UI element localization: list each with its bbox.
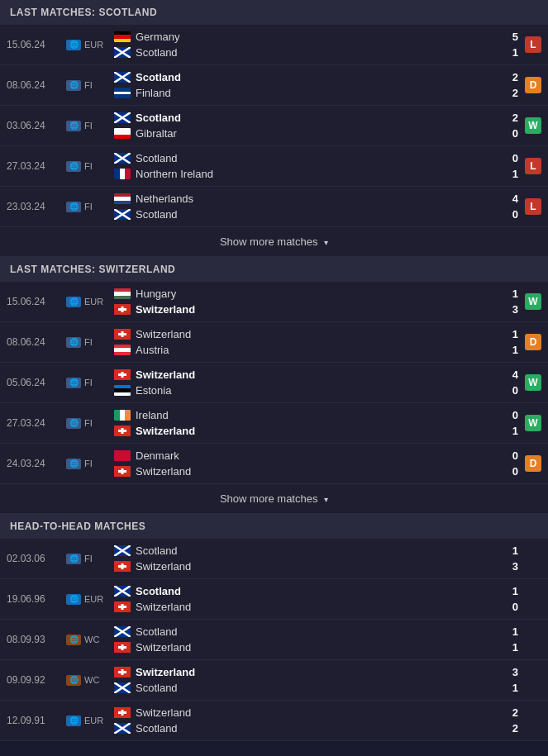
team2-flag: [114, 128, 131, 139]
scotland-matches: 15.06.24 🌐 EUR Germany 5 Scotland 1 L: [0, 25, 548, 257]
svg-rect-47: [118, 646, 126, 649]
team1-name: Ireland: [136, 409, 502, 421]
show-more-label: Show more matches: [220, 235, 318, 248]
result-badge: W: [525, 293, 541, 310]
match-date: 08.09.93: [7, 634, 63, 645]
team2-flag: [114, 88, 131, 98]
competition-globe: 🌐: [66, 161, 81, 172]
team2-name: Switzerland: [136, 560, 502, 573]
team1-score: 1: [502, 544, 518, 557]
match-date: 15.06.24: [7, 39, 63, 50]
team2-name: Switzerland: [136, 601, 502, 613]
team2-score: 3: [502, 303, 518, 316]
match-row: 12.09.91 🌐 EUR Switzerland 2 Scotland 2: [0, 701, 548, 741]
team2-name: Scotland: [136, 682, 502, 694]
competition-label: FI: [84, 80, 93, 90]
competition-label: FI: [84, 459, 93, 468]
match-row: 08.06.24 🌐 FI Scotland 2 Finland 2 D: [0, 65, 548, 106]
team1-flag: [114, 545, 131, 556]
team2-flag: [114, 304, 131, 315]
chevron-down-icon: ▾: [324, 238, 328, 247]
competition-globe: 🌐: [66, 675, 81, 686]
team2-flag: [114, 601, 131, 612]
team2-score: 2: [502, 722, 518, 735]
team1-score: 5: [502, 31, 518, 43]
team1-name: Germany: [136, 31, 502, 43]
team1-score: 4: [502, 193, 518, 205]
switzerland-section-header: LAST MATCHES: SWITZERLAND: [0, 257, 548, 282]
scotland-show-more[interactable]: Show more matches ▾: [0, 227, 548, 257]
match-date: 09.09.92: [7, 674, 63, 686]
team2-name: Estonia: [136, 384, 502, 397]
competition-globe: 🌐: [66, 594, 81, 605]
result-badge: W: [525, 117, 541, 134]
team1-flag: [114, 329, 131, 340]
team1-score: 1: [502, 288, 518, 300]
match-date: 08.06.24: [7, 336, 63, 348]
competition-globe: 🌐: [66, 635, 81, 645]
team1-flag: [114, 626, 131, 637]
match-row: 03.06.24 🌐 FI Scotland 2 Gibraltar 0 W: [0, 106, 548, 146]
match-row: 05.06.24 🌐 FI Switzerland 4 Estonia 0 W: [0, 363, 548, 403]
competition-globe: 🌐: [66, 716, 81, 726]
scotland-section-header: LAST MATCHES: SCOTLAND: [0, 0, 548, 25]
team1-flag: [114, 707, 131, 718]
team1-score: 1: [502, 585, 518, 597]
match-date: 27.03.24: [7, 417, 63, 429]
team2-score: 3: [502, 560, 518, 573]
svg-rect-23: [118, 373, 126, 376]
match-row: 02.03.06 🌐 FI Scotland 1 Switzerland 3: [0, 539, 548, 579]
competition-label: EUR: [84, 40, 103, 50]
team1-flag: [114, 667, 131, 678]
team2-flag: [114, 466, 131, 477]
competition-label: FI: [84, 121, 93, 131]
svg-rect-35: [118, 565, 126, 568]
team1-name: Scotland: [136, 152, 502, 164]
team2-score: 1: [502, 344, 518, 356]
competition-globe: 🌐: [66, 554, 81, 564]
competition-globe: 🌐: [66, 337, 81, 348]
competition-label: FI: [84, 202, 93, 212]
team1-flag: [114, 586, 131, 597]
team1-flag: [114, 369, 131, 380]
team1-name: Scotland: [136, 585, 502, 597]
match-row: 09.09.92 🌐 WC Switzerland 3 Scotland 1: [0, 660, 548, 701]
competition-globe: 🌐: [66, 378, 81, 388]
match-date: 19.06.96: [7, 593, 63, 605]
team1-name: Switzerland: [136, 706, 502, 719]
team1-flag: [114, 410, 131, 421]
competition-label: EUR: [84, 594, 103, 604]
team2-name: Switzerland: [136, 303, 502, 316]
result-badge: L: [525, 36, 541, 53]
team1-score: 4: [502, 368, 518, 381]
show-more-label-2: Show more matches: [220, 492, 318, 505]
team2-score: 0: [502, 384, 518, 397]
team2-flag: [114, 723, 131, 734]
match-date: 27.03.24: [7, 160, 63, 172]
competition-label: FI: [84, 337, 93, 347]
competition-globe: 🌐: [66, 418, 81, 429]
team1-name: Scotland: [136, 625, 502, 638]
switzerland-show-more[interactable]: Show more matches ▾: [0, 484, 548, 514]
team1-name: Hungary: [136, 288, 502, 300]
team1-name: Switzerland: [136, 368, 502, 381]
team1-flag: [114, 31, 131, 42]
competition-label: EUR: [84, 297, 103, 307]
team1-score: 2: [502, 71, 518, 83]
team2-score: 0: [502, 465, 518, 478]
team2-flag: [114, 561, 131, 572]
svg-rect-17: [118, 308, 126, 311]
h2h-section-header: HEAD-TO-HEAD MATCHES: [0, 514, 548, 539]
result-badge: D: [525, 77, 541, 93]
team1-score: 1: [502, 625, 518, 638]
match-date: 03.06.24: [7, 120, 63, 131]
team2-score: 1: [502, 168, 518, 180]
competition-globe: 🌐: [66, 202, 81, 212]
team1-score: 1: [502, 328, 518, 340]
team2-flag: [114, 682, 131, 693]
competition-label: WC: [84, 675, 99, 685]
switzerland-matches: 15.06.24 🌐 EUR Hungary 1 Switzerland 3 W: [0, 282, 548, 514]
team1-name: Scotland: [136, 112, 502, 124]
match-row: 08.06.24 🌐 FI Switzerland 1 Austria 1 D: [0, 322, 548, 363]
team2-name: Switzerland: [136, 465, 502, 478]
